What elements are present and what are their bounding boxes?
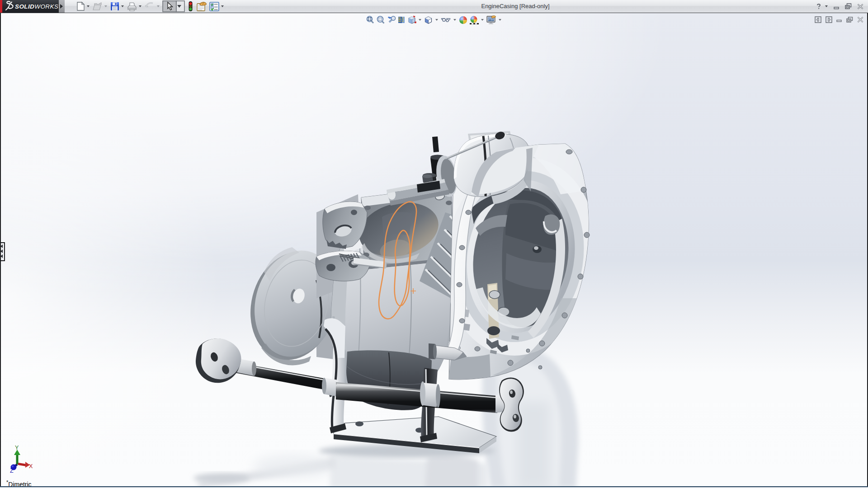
svg-text:X: X <box>29 463 33 469</box>
svg-text:Z: Z <box>10 468 14 474</box>
svg-text:SOLIDWORKS: SOLIDWORKS <box>15 3 58 10</box>
